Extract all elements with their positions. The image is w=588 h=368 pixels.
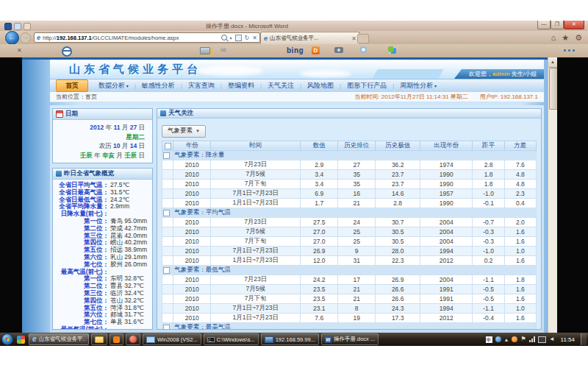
table-cell: 2010 (173, 160, 211, 169)
forward-button[interactable]: → (20, 32, 31, 43)
back-button[interactable]: ← (5, 31, 19, 45)
word-icon: W (325, 336, 331, 343)
tray-expand-icon[interactable]: ▲ (504, 337, 509, 342)
menu-item[interactable]: 敏感性分析 (136, 81, 181, 91)
menu-item[interactable]: 天气关注 (262, 81, 300, 91)
taskbar-button[interactable]: e山东省气候业务平... (29, 333, 89, 345)
taskbar-button[interactable] (110, 333, 123, 345)
element-filter-button[interactable]: 气象要素 ▼ (162, 125, 206, 138)
row-indent-cell (162, 160, 173, 169)
speaker-icon[interactable]: ◄ (549, 336, 555, 342)
blocked-content-icon[interactable] (62, 46, 72, 57)
taskbar-button[interactable]: W操作手册.docx ... (321, 333, 379, 345)
tab-close-icon[interactable]: ✕ (351, 35, 356, 42)
camera-icon[interactable] (334, 47, 343, 53)
table-cell: 1.6 (504, 236, 536, 246)
ie-icon: e (32, 336, 37, 343)
start-button[interactable] (1, 333, 13, 345)
sparkle-icon[interactable] (360, 46, 367, 53)
menu-item-home[interactable]: 首页 (56, 79, 88, 92)
save-icon[interactable] (14, 23, 21, 30)
chevron-down-icon[interactable]: ▾ (230, 35, 232, 40)
calendar-line: 壬辰 年 辛亥 月 壬辰 日 (56, 151, 145, 160)
row-indent-cell (162, 217, 173, 227)
table-cell: 25 (338, 227, 376, 236)
taskbar-button[interactable] (126, 333, 140, 345)
table-cell: 3.4 (301, 179, 338, 188)
quick-access-toolbar[interactable] (4, 23, 31, 30)
d-app-icon[interactable]: D (312, 46, 320, 54)
overview-body: 全省日平均气温：27.5℃全省日最高气温：31.5℃全省日最低气温：24.2℃全… (53, 180, 152, 330)
table-cell: 27.0 (301, 236, 338, 246)
more-options-icon[interactable] (564, 49, 575, 52)
undo-icon[interactable] (24, 23, 31, 30)
menu-item[interactable]: 灾害查询 (182, 81, 220, 91)
display-icon[interactable] (538, 336, 546, 343)
table-cell: 23.7 (376, 169, 420, 179)
table-cell: 2010 (173, 179, 211, 188)
mail-icon[interactable]: ✉ (220, 46, 226, 54)
table-cell: 2.9 (301, 160, 338, 169)
table-cell: 2010 (173, 294, 211, 303)
stop-icon[interactable]: ✕ (252, 35, 257, 41)
taskbar-button[interactable]: Win2008 (VS2... (143, 333, 201, 345)
close-button[interactable]: ✕ (564, 21, 584, 29)
table-cell: 8 (338, 303, 376, 313)
column-header: 数值 (301, 141, 338, 150)
taskbar-clock[interactable]: 11:54 (561, 336, 575, 343)
remote-icon (265, 336, 273, 343)
input-language-icon[interactable]: 中 (486, 336, 492, 343)
table-cell: 31 (338, 255, 376, 265)
weather-focus-header: 天气关注 (157, 109, 541, 118)
cards-icon[interactable] (200, 47, 210, 54)
browser-tab[interactable]: e 山东省气候业务平... ✕ (260, 32, 360, 44)
calendar-panel-header: 日期 (53, 109, 152, 120)
calendar-body: 2012 年 11 月 27 日星期二农历 10 月 14 日壬辰 年 辛亥 月… (53, 120, 152, 163)
favorites-star-icon[interactable]: ★ (562, 33, 569, 43)
refresh-icon[interactable]: ↻ (245, 35, 250, 41)
scroll-up-icon[interactable]: ▲ (548, 57, 557, 68)
menu-item[interactable]: 图形下行产品 (341, 81, 392, 91)
show-desktop-button[interactable] (581, 333, 587, 345)
new-tab-button[interactable] (357, 34, 369, 43)
taskbar-button[interactable]: 192.168.59.99... (261, 333, 319, 345)
table-cell: 2010 (173, 217, 211, 227)
taskbar-button[interactable]: C:C:\Windows\s... (204, 333, 259, 345)
address-bar[interactable]: e http://192.168.137.1/GLCCLIMATE/module… (34, 32, 260, 43)
ie-tab-icon: e (264, 35, 268, 42)
select-all-checkbox[interactable] (165, 143, 171, 149)
compatibility-view-icon[interactable] (235, 35, 242, 41)
toolbar-close-icon[interactable]: ✕ (17, 47, 22, 54)
settings-gear-icon[interactable]: ⚙ (575, 33, 582, 43)
menu-item[interactable]: 周期性分析 ▾ (394, 81, 442, 91)
page-scrollbar[interactable]: ▲ (548, 57, 557, 333)
table-row: 20107月5候3.43523.719901.84.8 (162, 169, 537, 179)
action-center-flag-icon[interactable]: ⚑ (520, 336, 526, 342)
network-icon[interactable] (529, 336, 535, 342)
msn-icon[interactable] (388, 46, 396, 54)
group-checkbox[interactable] (163, 267, 170, 274)
desktop-black-left (0, 57, 22, 333)
group-checkbox[interactable] (163, 325, 170, 330)
row-indent-cell (162, 313, 173, 322)
taskbar-button[interactable] (91, 333, 107, 345)
group-checkbox[interactable] (163, 152, 170, 159)
tray-fox-icon[interactable] (512, 336, 517, 342)
bing-logo[interactable]: bing (287, 46, 304, 54)
url-scheme: http:// (43, 35, 57, 41)
menu-item[interactable]: 风险地图 (301, 81, 340, 91)
group-checkbox[interactable] (163, 210, 170, 216)
group-label: 气象要素：最低气温 (173, 265, 537, 275)
row-indent-cell (162, 198, 173, 208)
launcher-icon[interactable] (17, 336, 25, 344)
table-cell: -1.1 (473, 275, 504, 284)
minimize-button[interactable]: — (537, 21, 551, 29)
table-cell: 1.8 (504, 275, 536, 284)
home-icon[interactable]: ⌂ (551, 33, 556, 43)
menu-item[interactable]: 整编资料 (222, 81, 260, 91)
tray-app-icon[interactable] (495, 336, 501, 342)
search-icon[interactable] (221, 35, 227, 40)
menu-item[interactable]: 数据分析 ▾ (93, 81, 135, 91)
maximize-button[interactable]: ❐ (551, 21, 564, 29)
row-indent-cell (162, 255, 173, 265)
